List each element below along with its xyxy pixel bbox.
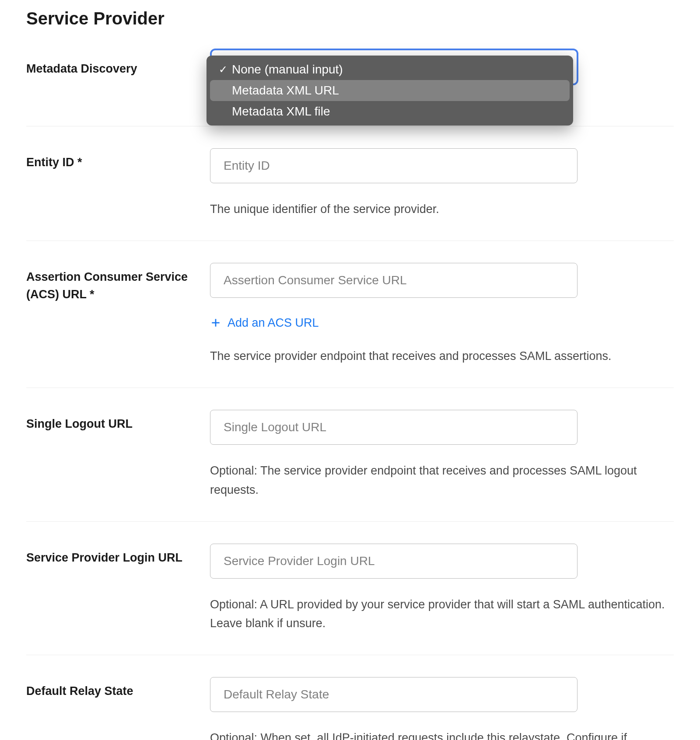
acs-url-help: The service provider endpoint that recei… xyxy=(210,347,674,366)
field-label-sp-login-url: Service Provider Login URL xyxy=(26,544,210,567)
page-title: Service Provider xyxy=(26,9,674,28)
field-row-slo-url: Single Logout URL Optional: The service … xyxy=(26,388,674,521)
field-row-relay-state: Default Relay State Optional: When set, … xyxy=(26,655,674,740)
dropdown-option-metadata-xml-file[interactable]: Metadata XML file xyxy=(210,101,570,122)
check-icon: ✓ xyxy=(217,63,229,76)
relay-state-input[interactable] xyxy=(210,677,578,712)
service-provider-form: Metadata Discovery ✓ None (manual input)… xyxy=(26,55,674,740)
metadata-discovery-dropdown: ✓ None (manual input) Metadata XML URL M… xyxy=(206,56,573,126)
sp-login-url-help: Optional: A URL provided by your service… xyxy=(210,595,674,633)
sp-login-url-input[interactable] xyxy=(210,544,578,579)
dropdown-option-label: Metadata XML file xyxy=(232,105,330,119)
field-label-slo-url: Single Logout URL xyxy=(26,410,210,433)
dropdown-option-label: Metadata XML URL xyxy=(232,84,339,98)
field-label-acs-url: Assertion Consumer Service (ACS) URL * xyxy=(26,263,210,304)
field-label-relay-state: Default Relay State xyxy=(26,677,210,700)
dropdown-option-metadata-xml-url[interactable]: Metadata XML URL xyxy=(210,80,570,101)
field-row-metadata-discovery: Metadata Discovery ✓ None (manual input)… xyxy=(26,55,674,126)
add-acs-url-label: Add an ACS URL xyxy=(228,316,319,330)
field-label-metadata-discovery: Metadata Discovery xyxy=(26,55,210,78)
metadata-discovery-select[interactable]: ✓ None (manual input) Metadata XML URL M… xyxy=(210,49,578,119)
entity-id-input[interactable] xyxy=(210,148,578,183)
relay-state-help: Optional: When set, all IdP-initiated re… xyxy=(210,729,674,740)
acs-url-input[interactable] xyxy=(210,263,578,298)
add-acs-url-button[interactable]: Add an ACS URL xyxy=(210,316,319,330)
slo-url-input[interactable] xyxy=(210,410,578,445)
plus-icon xyxy=(210,317,221,328)
slo-url-help: Optional: The service provider endpoint … xyxy=(210,461,674,499)
entity-id-help: The unique identifier of the service pro… xyxy=(210,200,674,219)
dropdown-option-none-manual[interactable]: ✓ None (manual input) xyxy=(210,59,570,80)
field-row-acs-url: Assertion Consumer Service (ACS) URL * A… xyxy=(26,241,674,388)
field-row-sp-login-url: Service Provider Login URL Optional: A U… xyxy=(26,522,674,655)
field-row-entity-id: Entity ID * The unique identifier of the… xyxy=(26,126,674,241)
dropdown-option-label: None (manual input) xyxy=(232,63,343,77)
field-label-entity-id: Entity ID * xyxy=(26,148,210,171)
